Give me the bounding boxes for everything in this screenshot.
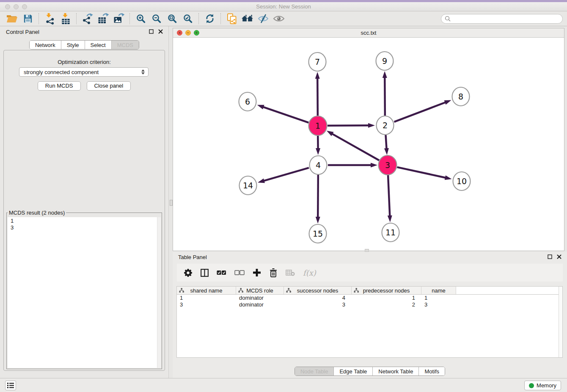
graph-edge-2-8[interactable] (394, 100, 451, 122)
minimize-window-button[interactable] (14, 4, 19, 9)
graph-edge-2-3[interactable] (384, 135, 389, 155)
graph-edge-3-1[interactable] (327, 131, 379, 160)
cell-successor-nodes[interactable]: 4 (284, 295, 352, 301)
column-header-successor-nodes[interactable]: successor nodes (284, 287, 352, 294)
network-minimize-button[interactable]: − (185, 30, 191, 36)
select-all-columns-button[interactable] (217, 268, 226, 277)
show-all-button[interactable] (271, 12, 286, 25)
graph-node-11[interactable]: 11 (382, 223, 399, 242)
import-network-button[interactable] (42, 12, 58, 25)
column-header-shared-name[interactable]: shared name (177, 287, 236, 294)
home-views-button[interactable] (239, 12, 255, 25)
cell-mcds-role[interactable]: dominator (236, 295, 284, 301)
search-field[interactable] (441, 14, 563, 24)
column-header-mcds-role[interactable]: MCDS role (236, 287, 284, 294)
column-header-predecessor-nodes[interactable]: predecessor nodes (352, 287, 421, 294)
close-panel-mcds-button[interactable]: Close panel (87, 81, 131, 91)
graph-node-8[interactable]: 8 (452, 87, 470, 106)
open-session-button[interactable] (4, 12, 20, 25)
graph-node-7[interactable]: 7 (309, 52, 326, 71)
zoom-selected-button[interactable] (180, 12, 195, 25)
graph-edge-3-11[interactable] (388, 175, 392, 222)
network-window-titlebar[interactable]: × − + scc.txt (173, 28, 564, 38)
tab-style[interactable]: Style (61, 41, 85, 49)
hide-selected-button[interactable] (255, 12, 271, 25)
graph-node-6[interactable]: 6 (239, 92, 256, 111)
network-maximize-button[interactable]: + (194, 30, 199, 36)
graph-node-3[interactable]: 3 (379, 155, 397, 175)
maximize-window-button[interactable] (22, 4, 27, 9)
float-panel-button[interactable] (149, 29, 154, 35)
float-table-panel-button[interactable] (548, 254, 552, 260)
result-scrollbar[interactable] (157, 217, 161, 368)
tab-network-table[interactable]: Network Table (372, 367, 418, 375)
table-settings-button[interactable] (184, 268, 192, 277)
mcds-result-text[interactable]: 1 3 (8, 217, 161, 368)
graph-node-2[interactable]: 2 (377, 116, 394, 135)
table-row[interactable]: 1dominator411 (177, 295, 562, 301)
tab-select[interactable]: Select (85, 41, 111, 49)
zoom-fit-button[interactable] (164, 12, 180, 25)
graph-node-9[interactable]: 9 (376, 52, 394, 70)
save-session-button[interactable] (20, 12, 36, 25)
cell-name[interactable]: 3 (421, 301, 456, 308)
graph-edge-4-14[interactable] (258, 168, 309, 183)
add-column-button[interactable] (253, 268, 261, 277)
memory-button[interactable]: Memory (524, 381, 561, 390)
graph-edge-4-3[interactable] (328, 163, 377, 168)
graph-edge-1-4[interactable] (316, 135, 320, 155)
network-canvas[interactable]: 7968124314101511 (173, 38, 564, 250)
cell-mcds-role[interactable]: dominator (236, 301, 284, 308)
column-header-name[interactable]: name (421, 287, 456, 294)
refresh-layout-button[interactable] (202, 12, 217, 25)
tab-edge-table[interactable]: Edge Table (333, 367, 372, 375)
graph-node-1[interactable]: 1 (309, 116, 327, 135)
export-image-button[interactable] (111, 12, 127, 25)
tab-motifs[interactable]: Motifs (418, 367, 445, 375)
task-history-button[interactable] (5, 381, 16, 390)
cell-successor-nodes[interactable]: 3 (284, 301, 352, 308)
graph-edge-1-2[interactable] (328, 123, 375, 128)
export-table-icon (98, 13, 109, 24)
graph-edge-1-6[interactable] (257, 105, 309, 123)
cell-predecessor-nodes[interactable]: 1 (352, 295, 421, 301)
graph-node-15[interactable]: 15 (309, 224, 327, 243)
panel-divider-grip[interactable] (170, 200, 173, 206)
graph-node-14[interactable]: 14 (239, 176, 257, 195)
close-panel-button[interactable] (158, 29, 163, 35)
cell-shared-name[interactable]: 1 (177, 295, 236, 301)
export-network-button[interactable] (80, 12, 95, 25)
close-table-panel-button[interactable] (557, 254, 561, 260)
table-row[interactable]: 3dominator323 (177, 301, 562, 308)
graph-edge-3-10[interactable] (397, 167, 451, 180)
network-close-button[interactable]: × (177, 30, 182, 36)
zoom-out-button[interactable] (149, 12, 164, 25)
column-label: shared name (190, 287, 223, 294)
run-mcds-button[interactable]: Run MCDS (38, 81, 81, 91)
graph-node-10[interactable]: 10 (453, 172, 471, 190)
tab-network[interactable]: Network (30, 41, 61, 49)
table-scrollbar[interactable] (559, 287, 562, 357)
export-table-button[interactable] (95, 12, 111, 25)
close-window-button[interactable] (5, 4, 10, 9)
window-traffic-lights[interactable] (5, 4, 27, 9)
network-resize-grip[interactable] (365, 249, 369, 252)
first-neighbors-button[interactable] (224, 12, 239, 25)
cell-name[interactable]: 1 (421, 295, 456, 301)
search-input[interactable] (453, 16, 559, 22)
import-table-button[interactable] (58, 12, 73, 25)
cell-shared-name[interactable]: 3 (177, 301, 236, 308)
graph-node-4[interactable]: 4 (310, 156, 327, 174)
tab-mcds[interactable]: MCDS (111, 41, 139, 49)
graph-edge-1-7[interactable] (315, 72, 320, 116)
criterion-dropdown[interactable]: strongly connected component (19, 67, 149, 77)
deselect-all-columns-button[interactable] (234, 268, 245, 277)
network-graph[interactable]: 7968124314101511 (173, 38, 564, 250)
cell-predecessor-nodes[interactable]: 2 (352, 301, 421, 308)
zoom-in-button[interactable] (133, 12, 149, 25)
delete-column-button[interactable] (269, 268, 278, 277)
tab-node-table[interactable]: Node Table (295, 367, 334, 375)
graph-edge-4-15[interactable] (316, 175, 320, 224)
graph-edge-2-9[interactable] (383, 71, 387, 116)
show-columns-button[interactable] (200, 268, 209, 277)
